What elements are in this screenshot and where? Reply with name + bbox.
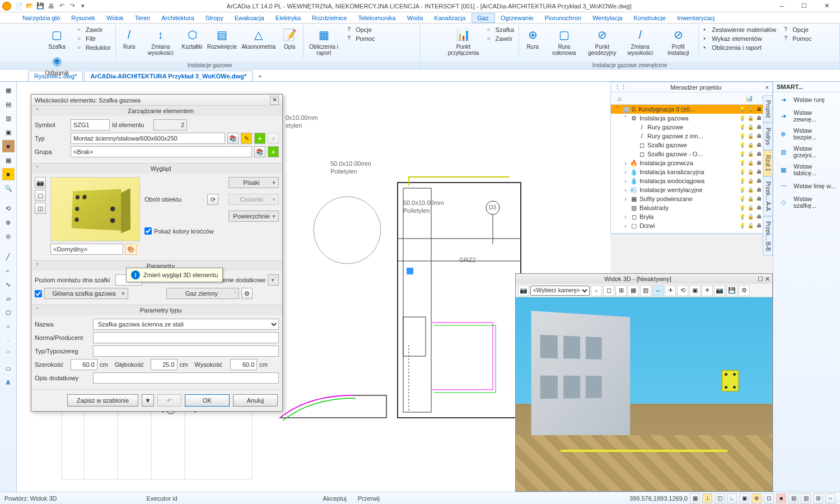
ribbon-rozwinięcie[interactable]: ▤Rozwinięcie: [205, 25, 239, 57]
v3d-tool-icon[interactable]: ✈: [665, 285, 676, 296]
v3d-tool-icon[interactable]: 📷: [714, 285, 725, 296]
status-cancel[interactable]: Przerwij: [358, 495, 380, 502]
v3d-tool-icon[interactable]: ⟲: [677, 285, 688, 296]
tool-icon[interactable]: ·: [2, 334, 15, 347]
sb-icon[interactable]: ▤: [788, 493, 799, 503]
pm-grip-icon[interactable]: ⋮⋮: [614, 83, 627, 91]
tool-icon[interactable]: ▣: [2, 126, 15, 138]
type-browse-button[interactable]: 📚: [227, 133, 239, 144]
tool-icon[interactable]: ⌒: [2, 348, 15, 361]
ribbon-szafka[interactable]: ▢Szafka: [41, 25, 73, 51]
status-repeat[interactable]: Powtórz: Widok 3D: [4, 495, 57, 502]
menu-telekomunika[interactable]: Telekomunika: [352, 13, 401, 22]
smart-item[interactable]: ▦Wstaw tablicę...: [773, 161, 840, 179]
tool-icon[interactable]: ⬡: [2, 306, 15, 319]
dialog-titlebar[interactable]: Właściwości elementu: Szafka gazowa ✕: [31, 95, 282, 106]
ribbon-opis[interactable]: 📝Opis: [277, 25, 302, 57]
close-button[interactable]: ✕: [815, 0, 838, 12]
menu-architektura[interactable]: Architektura: [156, 13, 200, 22]
section-header[interactable]: ˅Wygląd: [31, 164, 282, 174]
v3d-tool-icon[interactable]: ▦: [628, 285, 639, 296]
ribbon-link-wykaz-elementów[interactable]: ▪Wykaz elementów: [703, 35, 776, 43]
menu-kanalizacja[interactable]: Kanalizacja: [428, 13, 471, 22]
sb-icon[interactable]: ⊞: [813, 493, 823, 503]
menu-konstrukcje[interactable]: Konstrukcje: [628, 13, 671, 22]
qat-open-icon[interactable]: 📂: [25, 2, 34, 11]
section-header[interactable]: ˅Parametry typu: [31, 305, 282, 315]
main-cabinet-combo[interactable]: Główna szafka gazowa▼: [44, 288, 128, 299]
ribbon-link-szafka[interactable]: ○Szafka: [487, 26, 515, 34]
minimize-button[interactable]: ─: [771, 0, 793, 12]
tree-row[interactable]: ˅⚙Instalacja gazowa💡🔒🖶: [611, 114, 772, 123]
additional-combo[interactable]: ▼: [268, 274, 279, 286]
ribbon-link-zawór[interactable]: ○Zawór: [77, 26, 111, 34]
sb-icon[interactable]: ∟: [727, 493, 737, 503]
maximize-button[interactable]: ☐: [793, 0, 815, 12]
sb-icon[interactable]: ▥: [801, 493, 811, 503]
project-tree[interactable]: ˅🏢0. Kondygnacja 0 (±0...💡🔒🖶˅⚙Instalacja…: [611, 105, 772, 234]
close-icon[interactable]: ✕: [765, 276, 770, 283]
tree-row[interactable]: ›▢Drzwi💡🔒🖶: [611, 221, 772, 230]
vtab-rzut 1[interactable]: Rzut 1: [763, 150, 773, 176]
pm-close-icon[interactable]: ×: [766, 84, 769, 91]
tool-icon[interactable]: ▤: [2, 98, 15, 110]
qat-redo-icon[interactable]: ↷: [68, 2, 77, 11]
save-template-dropdown[interactable]: ▼: [142, 394, 154, 407]
ribbon-zmiana-wysokości[interactable]: ↕Zmiana wysokości: [142, 25, 180, 57]
v3d-tool-icon[interactable]: ⊞: [615, 285, 627, 296]
tree-row[interactable]: ◻Szafki gazowe💡🔒🖶: [611, 141, 772, 150]
tool-icon[interactable]: ■: [2, 140, 15, 152]
menu-inwentaryzacj[interactable]: Inwentaryzacj: [671, 13, 720, 22]
tree-row[interactable]: ˅🏢0. Kondygnacja 0 (±0...💡🔒🖶: [611, 105, 772, 114]
typet-input[interactable]: [93, 346, 279, 357]
qat-new-icon[interactable]: 📄: [15, 2, 24, 11]
view-2d-icon[interactable]: ▢: [35, 190, 46, 201]
view-camera-icon[interactable]: 📷: [35, 177, 46, 188]
menu-elektryka[interactable]: Elektryka: [270, 13, 306, 22]
norm-input[interactable]: [93, 332, 279, 343]
pm-tool-icon[interactable]: 📊: [743, 92, 755, 105]
tool-icon[interactable]: ▦: [2, 154, 15, 166]
sb-icon[interactable]: ◫: [715, 493, 725, 503]
tool-line-icon[interactable]: ╱: [2, 250, 15, 263]
tool-icon[interactable]: ○: [2, 320, 15, 333]
tool-icon[interactable]: ⊕: [2, 216, 15, 228]
rotate-button[interactable]: ⟳: [207, 194, 218, 205]
menu-ogrzewanie[interactable]: Ogrzewanie: [495, 13, 539, 22]
tree-row[interactable]: ›🔥Instalacja grzewcza💡🔒🖶: [611, 158, 772, 167]
menu-piorunochron[interactable]: Piorunochron: [539, 13, 586, 22]
camera-select[interactable]: <Wybierz kamerę>: [530, 286, 590, 296]
tool-icon[interactable]: ⬭: [2, 362, 15, 375]
sb-icon[interactable]: ▦: [690, 493, 700, 503]
gas-type-combo[interactable]: Gaz ziemny˅: [166, 288, 239, 299]
ribbon-punkt-przyłączenia[interactable]: 📊Punkt przyłączenia: [445, 25, 483, 57]
save-template-button[interactable]: Zapisz w szablonie: [67, 394, 138, 407]
ribbon-link-opcje[interactable]: ?Opcje: [347, 26, 375, 34]
vtab-przek... a-a[interactable]: Przek... A-A: [763, 176, 773, 216]
qat-undo-icon[interactable]: ↶: [57, 2, 66, 11]
cancel-button[interactable]: Anuluj: [233, 394, 278, 407]
tree-row[interactable]: /Rury gazowe z inn...💡🔒🖶: [611, 132, 772, 141]
tool-icon[interactable]: ⟲: [2, 202, 15, 214]
view-3d-icon[interactable]: ◫: [35, 203, 46, 214]
vtab-podrys[interactable]: Podrys: [763, 123, 773, 150]
group-add-button[interactable]: +: [268, 146, 279, 157]
dialog-close-button[interactable]: ✕: [270, 96, 279, 105]
pm-home-icon[interactable]: ⌂: [613, 92, 626, 105]
ribbon-rura[interactable]: /Rura: [117, 25, 142, 57]
menu-woda[interactable]: Woda: [402, 13, 429, 22]
ribbon-rura[interactable]: ⊕Rura: [520, 25, 545, 57]
view-3d-edit-button[interactable]: 🎨: [125, 244, 137, 255]
ok-button[interactable]: OK: [185, 394, 230, 407]
tool-icon[interactable]: ■: [2, 168, 15, 180]
ribbon-rura-osłonowa[interactable]: ▢Rura osłonowa: [545, 25, 583, 57]
tool-icon[interactable]: ▱: [2, 292, 15, 305]
menu-gaz[interactable]: Gaz: [472, 13, 495, 23]
tool-zoom-icon[interactable]: 🔍: [2, 182, 15, 194]
v3d-tool-icon[interactable]: ◻: [603, 285, 614, 296]
symbol-input[interactable]: [71, 119, 110, 130]
status-accept[interactable]: Akceptuj: [323, 495, 347, 502]
view3d-viewport[interactable]: [516, 297, 772, 491]
menu-teren[interactable]: Teren: [129, 13, 156, 22]
tree-row[interactable]: /Rury gazowe💡🔒🖶: [611, 123, 772, 132]
